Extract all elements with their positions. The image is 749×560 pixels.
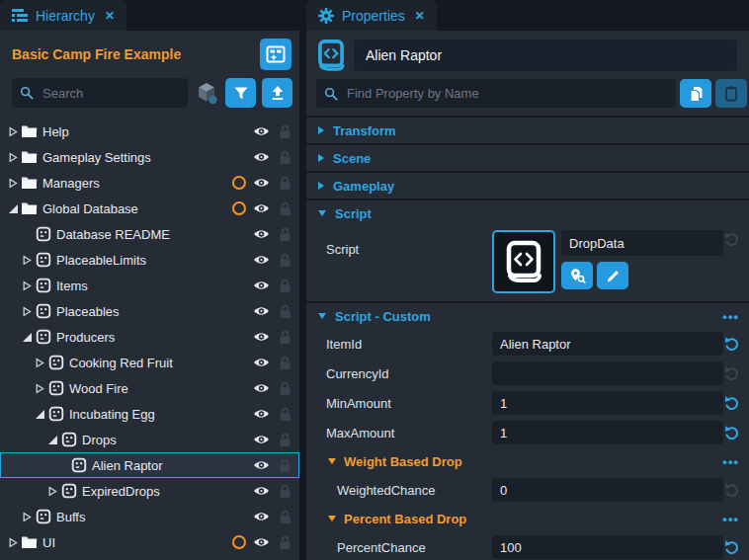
collapse-arrow-icon[interactable]	[33, 409, 46, 420]
visibility-eye-icon[interactable]	[253, 228, 270, 240]
lock-icon[interactable]	[279, 150, 291, 165]
hierarchy-search-box[interactable]	[12, 78, 188, 108]
expand-arrow-icon[interactable]	[20, 306, 34, 317]
visibility-eye-icon[interactable]	[253, 511, 270, 522]
expand-arrow-icon[interactable]	[6, 126, 20, 137]
visibility-eye-icon[interactable]	[253, 151, 270, 163]
tree-row[interactable]: Producers	[0, 324, 299, 350]
lock-icon[interactable]	[279, 330, 291, 345]
lock-icon[interactable]	[279, 535, 291, 550]
lock-icon[interactable]	[279, 253, 291, 268]
tree-row[interactable]: ExpiredDrops	[0, 478, 299, 504]
tree-row[interactable]: Global Database	[0, 196, 299, 221]
tree-row[interactable]: Gameplay Settings	[0, 144, 299, 170]
expand-arrow-icon[interactable]	[20, 512, 34, 522]
visibility-eye-icon[interactable]	[253, 280, 270, 291]
hierarchy-search-input[interactable]	[41, 85, 180, 102]
lock-icon[interactable]	[279, 227, 291, 242]
section-menu-dots[interactable]: •••	[722, 454, 741, 469]
section-menu-dots[interactable]: •••	[722, 512, 741, 526]
section-menu-dots[interactable]: •••	[722, 309, 741, 324]
section-header-weight-based-drop[interactable]: Weight Based Drop•••	[306, 447, 749, 475]
object-name-input[interactable]	[354, 40, 737, 71]
visibility-eye-icon[interactable]	[253, 357, 270, 368]
lock-icon[interactable]	[279, 201, 291, 216]
tree-row[interactable]: Wood Fire	[0, 375, 299, 401]
lock-icon[interactable]	[279, 124, 291, 139]
close-icon[interactable]: ✕	[415, 9, 425, 23]
property-search-box[interactable]	[316, 79, 676, 108]
property-value-input[interactable]	[492, 478, 723, 502]
visibility-eye-icon[interactable]	[253, 382, 270, 394]
visibility-eye-icon[interactable]	[253, 331, 270, 343]
expand-arrow-icon[interactable]	[33, 358, 46, 368]
tree-row[interactable]: Alien Raptor	[0, 452, 299, 478]
lock-icon[interactable]	[279, 176, 291, 191]
property-search-input[interactable]	[345, 85, 668, 102]
property-value-input[interactable]	[492, 361, 723, 385]
collapse-arrow-icon[interactable]	[6, 203, 20, 214]
lock-icon[interactable]	[279, 407, 291, 422]
lock-icon[interactable]	[279, 279, 291, 293]
lock-icon[interactable]	[279, 484, 291, 499]
section-header-gameplay[interactable]: Gameplay	[306, 171, 749, 199]
reset-property-icon[interactable]	[723, 335, 740, 353]
visibility-eye-icon[interactable]	[253, 202, 270, 214]
close-icon[interactable]: ✕	[105, 9, 115, 23]
lock-icon[interactable]	[279, 381, 291, 396]
visibility-eye-icon[interactable]	[253, 125, 270, 137]
tree-row[interactable]: UI	[0, 529, 299, 555]
property-value-input[interactable]	[492, 391, 723, 415]
property-value-input[interactable]	[492, 421, 723, 444]
create-template-button[interactable]	[260, 39, 291, 70]
tree-row[interactable]: Playerstats	[0, 555, 299, 560]
edit-script-button[interactable]	[597, 262, 628, 289]
visibility-eye-icon[interactable]	[253, 536, 270, 548]
collapse-arrow-icon[interactable]	[20, 332, 34, 343]
expand-arrow-icon[interactable]	[33, 383, 46, 394]
filter-button[interactable]	[225, 78, 256, 108]
tree-row[interactable]: Help	[0, 119, 299, 144]
lock-icon[interactable]	[279, 510, 291, 524]
section-header-script-custom[interactable]: Script - Custom•••	[306, 301, 749, 329]
visibility-eye-icon[interactable]	[253, 434, 270, 445]
reset-property-icon[interactable]	[723, 538, 740, 556]
lock-icon[interactable]	[279, 433, 291, 447]
find-script-button[interactable]	[561, 262, 593, 289]
collapse-arrow-icon[interactable]	[45, 435, 59, 445]
tab-properties[interactable]: Properties ✕	[306, 0, 437, 31]
tree-row[interactable]: Items	[0, 273, 299, 298]
reset-property-icon[interactable]	[723, 424, 740, 441]
expand-arrow-icon[interactable]	[6, 178, 20, 189]
tree-row[interactable]: Cooking Red Fruit	[0, 350, 299, 375]
visibility-eye-icon[interactable]	[253, 408, 270, 420]
expand-arrow-icon[interactable]	[6, 152, 20, 163]
tree-row[interactable]: Placeables	[0, 298, 299, 324]
export-button[interactable]	[262, 78, 292, 108]
expand-arrow-icon[interactable]	[20, 255, 34, 266]
expand-arrow-icon[interactable]	[45, 486, 59, 497]
visibility-eye-icon[interactable]	[253, 254, 270, 266]
tree-row[interactable]: PlaceableLimits	[0, 247, 299, 273]
tab-hierarchy[interactable]: Hierarchy ✕	[0, 0, 126, 31]
tree-row[interactable]: Buffs	[0, 504, 299, 529]
section-header-transform[interactable]: Transform	[306, 116, 749, 143]
copy-properties-button[interactable]	[680, 79, 711, 108]
lock-icon[interactable]	[279, 304, 291, 319]
visibility-eye-icon[interactable]	[253, 177, 270, 189]
tree-row[interactable]: Managers	[0, 170, 299, 196]
script-asset-thumbnail[interactable]	[492, 230, 555, 293]
reset-property-icon[interactable]	[723, 394, 740, 412]
lock-icon[interactable]	[279, 458, 291, 473]
visibility-eye-icon[interactable]	[253, 305, 270, 317]
tree-row[interactable]: Database README	[0, 221, 299, 247]
visibility-eye-icon[interactable]	[253, 459, 270, 471]
expand-arrow-icon[interactable]	[20, 280, 34, 291]
expand-arrow-icon[interactable]	[6, 537, 20, 548]
dynamic-objects-cube-icon[interactable]	[194, 80, 219, 106]
property-value-input[interactable]	[492, 332, 723, 356]
section-header-scene[interactable]: Scene	[306, 143, 749, 171]
section-header-script[interactable]: Script	[306, 199, 749, 226]
lock-icon[interactable]	[279, 356, 291, 370]
tree-row[interactable]: Drops	[0, 427, 299, 452]
